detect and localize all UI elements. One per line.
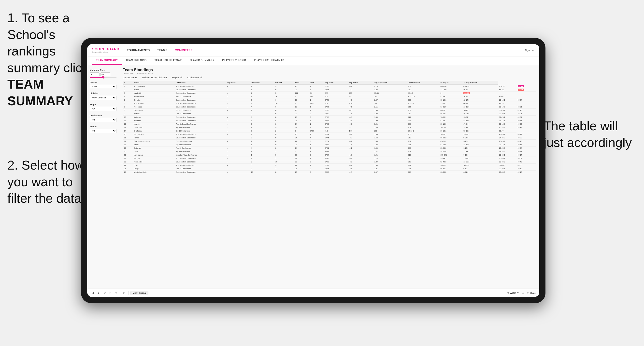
table-cell: 276.3 [324, 109, 348, 112]
table-row[interactable]: 6Florida StateAtlantic Coast Conference-… [123, 102, 536, 105]
division-select[interactable]: NCAA Division I NCAA Division II NCAA Di… [90, 96, 116, 100]
table-cell: 3 [250, 119, 274, 123]
table-cell: 262 [407, 98, 439, 102]
table-cell: Big 12 Conference [175, 126, 226, 129]
school-select[interactable]: (All) [90, 129, 116, 133]
table-cell: 271 [407, 167, 439, 171]
table-cell: -1.8 [348, 171, 373, 174]
table-cell: 80.14 [516, 143, 536, 147]
share-button[interactable]: ⇧ Share [527, 292, 536, 294]
table-row[interactable]: 17East Tennessee StateSouthern Conferenc… [123, 140, 536, 143]
table-row[interactable]: 4Arizona StatePac-12 Conference-3261274.… [123, 95, 536, 98]
view-original-button[interactable]: View: Original [130, 291, 148, 295]
toolbar-expand[interactable]: ❐ [521, 291, 525, 295]
table-row[interactable]: 16FloridaSoutheastern Conference-7924427… [123, 136, 536, 140]
table-row[interactable]: 9ArizonaPac-12 Conference-28232276.3-6.6… [123, 112, 536, 116]
region-select[interactable]: N/A All Northeast Southeast West [90, 107, 116, 111]
table-row[interactable]: 22GeorgiaSoutheastern Conference-8721127… [123, 157, 536, 160]
table-cell: 1.86 [373, 116, 407, 119]
table-cell: 23 [123, 160, 132, 164]
table-cell: - [226, 98, 250, 102]
table-header-section: Team Standings Update time: 27/03/2024 1… [123, 68, 536, 74]
tab-team-h2h-grid[interactable]: TEAM H2H GRID [122, 56, 150, 65]
table-cell: 80.98 [516, 164, 536, 167]
table-cell: 271 [407, 143, 439, 147]
toolbar-forward[interactable]: ▶ [97, 291, 101, 295]
table-cell: 15-32-2 [462, 126, 498, 129]
table-cell: 8 [274, 116, 294, 119]
table-cell: -6.6 [348, 112, 373, 116]
table-row[interactable]: 20TexasBig 12 Conference-37201278.60.71.… [123, 150, 536, 153]
table-row[interactable]: 25OregonPac-12 Conference-97210279.5-3.1… [123, 167, 536, 171]
table-row[interactable]: 10AlabamaSoutheastern Conference-5823327… [123, 116, 536, 119]
table-cell: 18-12-1 [462, 109, 498, 112]
tab-team-h2h-heatmap[interactable]: TEAM H2H HEATMAP [150, 56, 186, 65]
nav-teams[interactable]: TEAMS [157, 48, 167, 53]
toolbar-share[interactable]: ⇧ [114, 291, 118, 295]
tab-player-h2h-grid[interactable]: PLAYER H2H GRID [218, 56, 250, 65]
table-cell: 1.55 [373, 140, 407, 143]
table-row[interactable]: 24DukeAtlantic Coast Conference-59271279… [123, 164, 536, 167]
conference-section: Conference (All) Southeastern Conference… [90, 114, 116, 122]
rank-min-input[interactable] [90, 72, 100, 76]
gender-pill: Gender: Men's [123, 76, 137, 79]
table-cell: 8 [274, 147, 294, 150]
table-row[interactable]: 19CaliforniaPac-12 Conference-48242278.2… [123, 147, 536, 150]
school-section: School (All) [90, 125, 116, 133]
nav-links: TOURNAMENTS TEAMS COMMITTEE [127, 48, 524, 53]
rank-max-input[interactable] [100, 72, 110, 76]
table-row[interactable]: 26Mississippi StateSoutheastern Conferen… [123, 171, 536, 174]
table-row[interactable]: 14OklahomaBig 12 Conference-2242276.9-5.… [123, 129, 536, 133]
rank-slider[interactable] [90, 77, 116, 78]
tab-player-summary[interactable]: PLAYER SUMMARY [186, 56, 218, 65]
table-row[interactable]: 21New MexicoMountain West Conference-192… [123, 153, 536, 157]
table-cell: 8 [274, 109, 294, 112]
tab-team-summary[interactable]: TEAM SUMMARY [92, 56, 122, 65]
table-row[interactable]: 1North CarolinaAtlantic Coast Conference… [123, 85, 536, 88]
table-row[interactable]: 2AuburnSoutheastern Conference-19276273.… [123, 88, 536, 92]
table-cell: 17 [123, 140, 132, 143]
division-section: Division NCAA Division I NCAA Division I… [90, 92, 116, 100]
table-cell: -6.0 [348, 123, 373, 126]
conference-select[interactable]: (All) Southeastern Conference Atlantic C… [90, 118, 116, 122]
col-no-tour: No Tour [274, 81, 294, 85]
table-cell: Southeastern Conference [175, 92, 226, 95]
table-cell: 1 [308, 105, 324, 109]
sign-out-link[interactable]: Sign out [524, 49, 534, 52]
toolbar-copy[interactable]: ⎘ [108, 291, 112, 295]
table-cell: 273.6 [324, 88, 348, 92]
toolbar-back[interactable]: ◀ [91, 291, 95, 295]
table-row[interactable]: 18IllinoisBig Ten Conference-19231279.1-… [123, 143, 536, 147]
table-row[interactable]: 7TennesseeSoutheastern Conference-461812… [123, 105, 536, 109]
table-row[interactable]: 11ArkansasSoutheastern Conference-382332… [123, 119, 536, 123]
tab-player-h2h-heatmap[interactable]: PLAYER H2H HEATMAP [250, 56, 288, 65]
watch-button[interactable]: 👁 Watch ▼ [507, 292, 519, 294]
table-row[interactable]: 15Georgia TechAtlantic Coast Conference-… [123, 133, 536, 136]
table-cell: 26 [294, 133, 309, 136]
table-row[interactable]: 8WashingtonPac-12 Conference-28231276.3-… [123, 109, 536, 112]
nav-committee[interactable]: COMMITTEE [175, 48, 192, 53]
table-row[interactable]: 5Ole MissSoutheastern Conference-3618127… [123, 98, 536, 102]
table-row[interactable]: 3VanderbiltSoutheastern Conference-25271… [123, 92, 536, 95]
table-cell: -2.0 [348, 160, 373, 164]
table-cell: 279.5 [324, 167, 348, 171]
nav-tournaments[interactable]: TOURNAMENTS [127, 48, 150, 53]
table-cell: - [226, 160, 250, 164]
table-cell: - [226, 157, 250, 160]
toolbar-clock[interactable]: ◷ [122, 291, 126, 295]
col-vs-top-25: Vs Top 25 [439, 81, 462, 85]
slider-thumb[interactable] [102, 76, 104, 79]
table-row[interactable]: 13Texas TechBig 12 Conference-19272276.0… [123, 126, 536, 129]
table-row[interactable]: 23Texas A&MSoutheastern Conference-91030… [123, 160, 536, 164]
table-cell: 89.11 [516, 85, 536, 88]
table-cell: 262 [407, 109, 439, 112]
gender-select[interactable]: Men's Women's [90, 85, 116, 89]
table-cell: Atlantic Coast Conference [175, 123, 226, 126]
table-cell: 1.85 [373, 126, 407, 129]
table-row[interactable]: 12VirginiaAtlantic Coast Conference-3824… [123, 123, 536, 126]
table-cell: - [226, 126, 250, 129]
table-cell: 4 [308, 136, 324, 140]
slider-fill [90, 77, 103, 78]
table-cell: 0.7 [348, 150, 373, 153]
toolbar-refresh[interactable]: ⟳ [103, 291, 107, 295]
